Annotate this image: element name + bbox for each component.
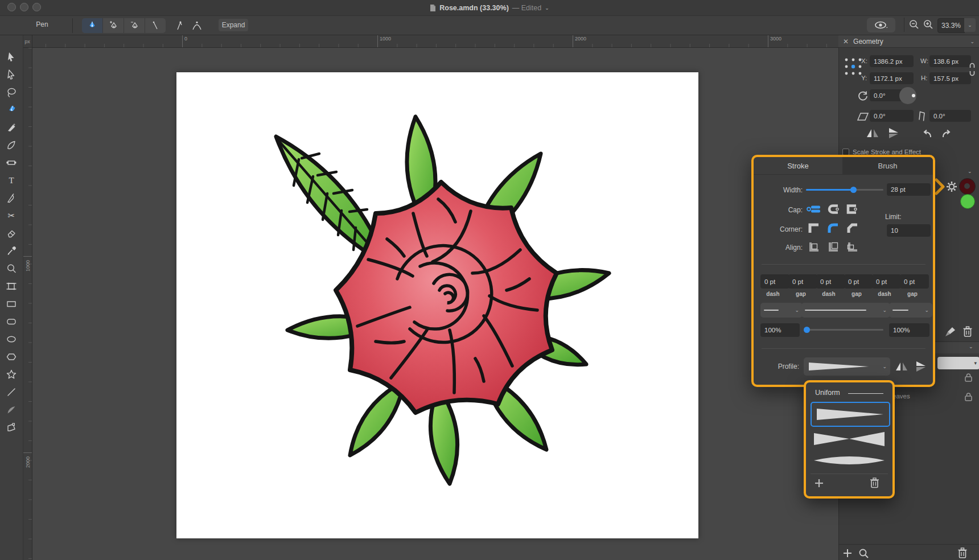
rounded-rectangle-tool[interactable]	[0, 312, 23, 330]
end-pressure-field[interactable]: 100%	[889, 323, 929, 337]
star-tool[interactable]	[0, 365, 23, 383]
ruler-units-label[interactable]: px	[23, 35, 32, 48]
pen-tool[interactable]	[0, 101, 23, 118]
dash-field-2[interactable]: 0 pt	[816, 274, 845, 289]
view-mode-button[interactable]	[867, 18, 895, 32]
search-layers-icon[interactable]	[858, 548, 870, 559]
chevron-down-icon[interactable]: ⌄	[970, 39, 974, 44]
color-picker-tool[interactable]	[0, 242, 23, 260]
text-tool[interactable]: T	[0, 171, 23, 189]
miter-join-button[interactable]	[807, 223, 820, 234]
butt-cap-button[interactable]	[806, 203, 821, 215]
arc-tool[interactable]	[0, 401, 23, 418]
profile-lens-swatch[interactable]	[811, 452, 888, 469]
shear-field[interactable]: 0.0°	[870, 110, 914, 122]
eraser-tool[interactable]	[0, 224, 23, 242]
flip-horizontal-icon[interactable]	[866, 127, 879, 139]
scissors-tool[interactable]: ✂	[0, 207, 23, 224]
add-node-pen-button[interactable]	[103, 18, 124, 33]
gap-field-1[interactable]: 0 pt	[788, 274, 817, 289]
flip-profile-horizontal-icon[interactable]	[895, 361, 908, 372]
delete-layer-icon[interactable]	[957, 547, 968, 559]
corner-frame-tool[interactable]	[0, 418, 23, 436]
gear-icon[interactable]	[945, 180, 958, 193]
gap-field-2[interactable]: 0 pt	[844, 274, 873, 289]
title-chevron-icon[interactable]: ⌄	[545, 5, 549, 11]
square-cap-button[interactable]	[845, 203, 858, 215]
link-dimensions-icon[interactable]	[969, 63, 976, 76]
pencil-tool[interactable]	[0, 118, 23, 136]
chevron-down-icon[interactable]: ⌄	[969, 344, 973, 349]
rotation-field[interactable]: 0.0°	[870, 89, 903, 101]
rotation-dial[interactable]	[899, 87, 916, 104]
polygon-tool[interactable]	[0, 348, 23, 365]
fill-color-swatch[interactable]	[960, 194, 975, 209]
line-tool[interactable]	[0, 383, 23, 401]
section-chevron-icon[interactable]: ⌄	[968, 168, 972, 174]
align-center-button[interactable]	[807, 241, 820, 253]
align-inside-button[interactable]	[826, 241, 840, 253]
zoom-dropdown-button[interactable]: ⌄	[964, 18, 976, 32]
stroke-color-swatch[interactable]	[959, 178, 976, 195]
move-tool[interactable]	[0, 48, 23, 65]
trash-icon-appearance[interactable]	[962, 326, 973, 337]
line-start-dropdown[interactable]: ⌄	[760, 303, 803, 318]
zoom-level-field[interactable]: 33.3%	[937, 18, 965, 33]
flip-vertical-icon[interactable]	[887, 127, 900, 139]
pressure-slider-thumb[interactable]	[804, 327, 810, 333]
expand-button[interactable]: Expand	[219, 19, 248, 31]
lasso-tool[interactable]	[0, 83, 23, 101]
delete-profile-icon[interactable]	[870, 477, 879, 488]
w-field[interactable]: 138.6 px	[929, 55, 971, 67]
knife-tool[interactable]	[0, 189, 23, 207]
profile-dropdown[interactable]: ⌄	[804, 357, 890, 376]
line-mode-button[interactable]	[145, 18, 166, 33]
vector-crop-tool[interactable]	[0, 277, 23, 295]
dash-field-3[interactable]: 0 pt	[872, 274, 901, 289]
zoom-out-icon[interactable]	[908, 19, 920, 30]
round-cap-button[interactable]	[826, 203, 840, 215]
round-join-button[interactable]	[826, 223, 840, 234]
profile-bowtie-swatch[interactable]	[811, 430, 888, 447]
undo-rotation-icon[interactable]	[920, 127, 933, 139]
x-field[interactable]: 1386.2 px	[870, 55, 914, 67]
horizontal-ruler[interactable]	[32, 35, 838, 48]
line-end-dropdown[interactable]: ⌄	[889, 303, 932, 318]
sharp-node-icon[interactable]	[175, 20, 186, 31]
miter-limit-field[interactable]: 10	[887, 224, 931, 237]
vector-brush-tool[interactable]	[0, 136, 23, 154]
rose-illustration[interactable]	[245, 85, 632, 495]
zoom-tool[interactable]	[0, 260, 23, 277]
layer-name-clipped[interactable]: eaves	[892, 393, 910, 400]
bevel-join-button[interactable]	[846, 223, 859, 234]
rectangle-tool[interactable]	[0, 295, 23, 312]
add-profile-icon[interactable]	[814, 478, 824, 488]
cleanup-brush-icon[interactable]	[944, 326, 957, 337]
align-outside-button[interactable]	[846, 241, 859, 253]
blend-mode-dropdown[interactable]: ▾	[937, 357, 979, 369]
vertical-ruler[interactable]	[23, 35, 32, 560]
tab-stroke[interactable]: Stroke	[754, 157, 842, 174]
pen-tool-mode-button[interactable]	[82, 18, 103, 33]
flip-profile-vertical-icon[interactable]	[914, 361, 928, 372]
tab-brush[interactable]: Brush	[842, 157, 933, 174]
gap-field-3[interactable]: 0 pt	[900, 274, 929, 289]
close-panel-icon[interactable]: ✕	[843, 38, 849, 46]
line-style-dropdown[interactable]: ⌄	[801, 303, 890, 318]
y-field[interactable]: 1172.1 px	[870, 72, 914, 84]
dash-field-1[interactable]: 0 pt	[760, 274, 789, 289]
skew-field[interactable]: 0.0°	[929, 110, 971, 122]
pressure-slider-track[interactable]	[805, 329, 883, 331]
start-pressure-field[interactable]: 100%	[760, 323, 800, 337]
h-field[interactable]: 157.5 px	[929, 72, 971, 84]
anchor-point-selector[interactable]	[844, 57, 863, 76]
smooth-node-icon[interactable]	[191, 20, 203, 31]
lock-icon[interactable]	[964, 392, 973, 402]
width-field[interactable]: 28 pt	[887, 183, 931, 196]
geometry-panel-header[interactable]: ✕ Geometry ⌄	[838, 35, 979, 48]
remove-node-pen-button[interactable]	[124, 18, 145, 33]
profile-taper-swatch-selected[interactable]	[811, 402, 890, 427]
node-tool[interactable]	[0, 65, 23, 83]
redo-rotation-icon[interactable]	[940, 127, 954, 139]
width-slider-thumb[interactable]	[850, 187, 857, 193]
